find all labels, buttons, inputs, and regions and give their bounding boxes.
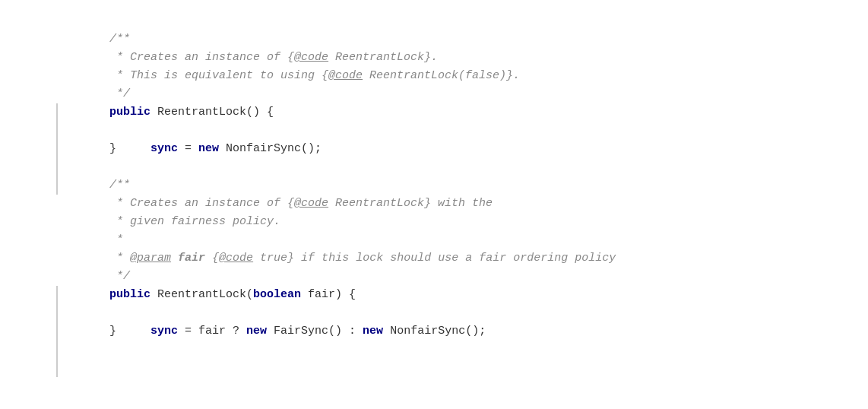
line-num xyxy=(0,233,30,250)
line-num xyxy=(0,166,30,182)
plain-text: NonfairSync(); xyxy=(219,142,322,155)
code-line: sync = fair ? new FairSync() : new Nonfa… xyxy=(30,286,868,304)
code-link: @code xyxy=(294,197,328,210)
line-num xyxy=(0,268,30,284)
keyword-token: sync xyxy=(150,325,178,338)
border-indicator: sync = fair ? new FairSync() : new Nonfa… xyxy=(56,286,486,377)
comment-text: true} if this lock should use a fair ord… xyxy=(253,252,616,265)
line-num xyxy=(0,63,30,80)
indent-token: sync = fair ? new FairSync() : new Nonfa… xyxy=(68,306,486,356)
line-num xyxy=(0,250,30,267)
plain-text: FairSync() : xyxy=(267,325,363,338)
line-num xyxy=(0,199,30,216)
code-line: * Creates an instance of {@code Reentran… xyxy=(30,30,868,49)
code-line: * @param fair {@code true} if this lock … xyxy=(30,231,868,249)
plain-text: } xyxy=(109,142,116,155)
comment-text: * This is equivalent to using { xyxy=(109,69,328,82)
annotation-tag: @param xyxy=(130,252,171,265)
keyword-token: new xyxy=(363,325,383,338)
code-token: } xyxy=(30,304,116,359)
plain-text: NonfairSync(); xyxy=(383,325,486,338)
code-body: /** * Creates an instance of {@code Reen… xyxy=(30,0,868,409)
comment-text: ReentrantLock(false)}. xyxy=(363,69,520,82)
line-num xyxy=(0,81,30,97)
line-num xyxy=(0,114,30,131)
code-token xyxy=(30,140,62,158)
code-link: @code xyxy=(219,252,253,265)
line-numbers xyxy=(0,0,30,409)
code-line: * Creates an instance of {@code Reentran… xyxy=(30,176,868,195)
keyword-token: new xyxy=(198,142,219,155)
plain-text: } xyxy=(109,325,116,338)
comment-text: ReentrantLock} with the xyxy=(328,197,493,210)
line-num xyxy=(0,217,30,233)
line-num xyxy=(0,12,30,29)
comment-text xyxy=(171,252,178,265)
param-name: fair xyxy=(178,252,205,265)
line-num xyxy=(0,284,30,301)
line-num xyxy=(0,46,30,63)
code-line: * This is equivalent to using {@code Ree… xyxy=(30,49,868,67)
plain-text: = fair ? xyxy=(178,325,246,338)
line-num xyxy=(0,29,30,46)
code-line: sync = new NonfairSync(); xyxy=(30,103,868,122)
code-viewer: /** * Creates an instance of {@code Reen… xyxy=(0,0,868,409)
code-link: @code xyxy=(328,69,363,82)
line-num xyxy=(0,148,30,165)
keyword-token: new xyxy=(246,325,267,338)
line-num xyxy=(0,182,30,199)
line-num xyxy=(0,132,30,148)
code-line: /** xyxy=(30,12,868,30)
plain-text: = xyxy=(178,142,198,155)
comment-text: * given fairness policy. xyxy=(109,215,280,228)
keyword-token: sync xyxy=(150,142,178,155)
line-num xyxy=(0,97,30,114)
comment-text: { xyxy=(205,252,219,265)
